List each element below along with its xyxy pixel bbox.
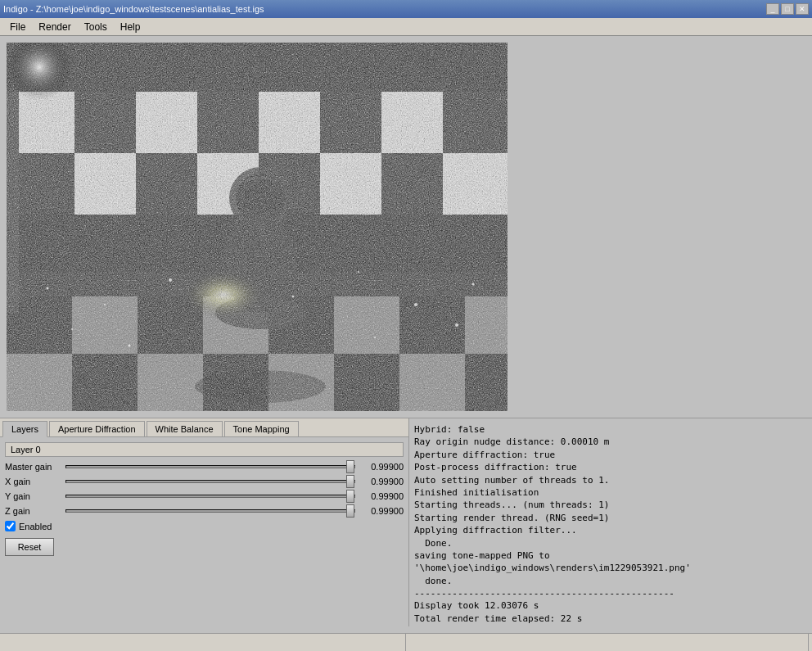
svg-point-47 (358, 271, 359, 273)
log-panel[interactable]: Hybrid: false Ray origin nudge distance:… (409, 418, 812, 626)
z-gain-slider[interactable] (65, 509, 355, 513)
menu-bar: File Render Tools Help (0, 18, 812, 36)
log-line: Applying diffraction filter... (414, 524, 807, 536)
svg-point-51 (129, 345, 131, 347)
log-line: Post-process diffraction: true (414, 461, 807, 473)
controls-panel: Layers Aperture Diffraction White Balanc… (0, 418, 409, 626)
status-left (3, 634, 406, 651)
render-area: Layers Aperture Diffraction White Balanc… (0, 36, 812, 633)
z-gain-row: Z gain 0.99900 (5, 506, 404, 516)
log-line: Starting threads... (num threads: 1) (414, 499, 807, 511)
log-line: Starting render thread. (RNG seed=1) (414, 512, 807, 524)
master-gain-value: 0.99900 (359, 462, 404, 472)
y-gain-slider[interactable] (65, 495, 355, 498)
bottom-panel: Layers Aperture Diffraction White Balanc… (0, 418, 812, 626)
master-gain-row: Master gain 0.99900 (5, 462, 404, 472)
render-canvas-container (0, 36, 812, 418)
master-gain-slider[interactable] (65, 465, 355, 468)
title-bar: Indigo - Z:\home\joe\indigo_windows\test… (0, 0, 812, 18)
log-line: Done 850000.00000 samples (3.14815 sampl… (414, 625, 807, 626)
x-gain-row: X gain 0.99900 (5, 477, 404, 486)
status-right (406, 634, 809, 651)
menu-render[interactable]: Render (32, 20, 77, 34)
x-gain-value: 0.99900 (359, 477, 404, 486)
x-gain-slider[interactable] (65, 480, 355, 483)
tabs: Layers Aperture Diffraction White Balanc… (0, 418, 408, 437)
minimize-button[interactable]: _ (766, 3, 779, 15)
title-text: Indigo - Z:\home\joe\indigo_windows\test… (3, 4, 264, 14)
log-line: Done. (414, 537, 807, 549)
log-line: Finished initialisation (414, 486, 807, 499)
menu-help[interactable]: Help (114, 20, 147, 34)
y-gain-label: Y gain (5, 491, 62, 501)
log-line: Aperture diffraction: true (414, 449, 807, 461)
log-line: ----------------------------------------… (414, 587, 807, 599)
svg-point-50 (71, 328, 73, 330)
reset-button[interactable]: Reset (5, 538, 54, 556)
z-gain-value: 0.99900 (359, 506, 404, 516)
layer-header: Layer 0 (5, 442, 404, 457)
render-canvas (7, 43, 508, 411)
svg-point-53 (455, 323, 458, 327)
svg-point-44 (104, 304, 106, 305)
x-gain-label: X gain (5, 477, 62, 486)
status-bar (0, 633, 812, 651)
svg-point-49 (472, 283, 475, 286)
tab-tone-mapping[interactable]: Tone Mapping (224, 421, 299, 436)
log-line: Ray origin nudge distance: 0.00010 m (414, 436, 807, 448)
title-bar-buttons: _ □ ✕ (766, 3, 809, 15)
svg-point-48 (414, 303, 417, 306)
enabled-checkbox[interactable] (5, 521, 16, 531)
log-line: done. (414, 575, 807, 587)
tab-aperture-diffraction[interactable]: Aperture Diffraction (49, 421, 145, 436)
enabled-row: Enabled (5, 521, 404, 531)
tab-content: Layer 0 Master gain 0.99900 X gain 0.999… (0, 437, 408, 626)
log-line: Hybrid: false (414, 423, 807, 436)
svg-point-43 (47, 287, 49, 290)
log-line: saving tone-mapped PNG to '\home\joe\ind… (414, 549, 807, 575)
log-line: Auto setting number of threads to 1. (414, 474, 807, 486)
menu-tools[interactable]: Tools (78, 20, 114, 34)
svg-point-45 (169, 278, 172, 282)
main-content: Layers Aperture Diffraction White Balanc… (0, 36, 812, 633)
log-line: Display took 12.03076 s (414, 599, 807, 612)
menu-file[interactable]: File (3, 20, 32, 34)
z-gain-label: Z gain (5, 506, 62, 516)
master-gain-label: Master gain (5, 462, 62, 472)
svg-point-46 (292, 296, 295, 298)
maximize-button[interactable]: □ (781, 3, 794, 15)
svg-rect-54 (7, 43, 170, 206)
svg-point-52 (374, 337, 376, 338)
tab-layers[interactable]: Layers (2, 421, 47, 437)
enabled-label: Enabled (19, 522, 52, 531)
y-gain-value: 0.99900 (359, 491, 404, 501)
close-button[interactable]: ✕ (796, 3, 809, 15)
log-line: Total render time elapsed: 22 s (414, 613, 807, 625)
tab-white-balance[interactable]: White Balance (147, 421, 223, 436)
y-gain-row: Y gain 0.99900 (5, 491, 404, 501)
